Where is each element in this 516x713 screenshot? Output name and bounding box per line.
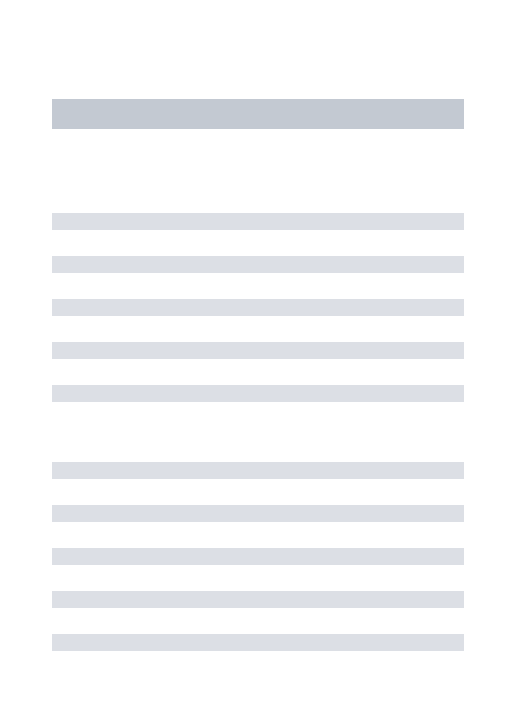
paragraph-placeholder-2 [52,462,464,651]
text-line-placeholder [52,462,464,479]
text-line-placeholder [52,591,464,608]
paragraph-placeholder-1 [52,213,464,402]
text-line-placeholder [52,213,464,230]
text-line-placeholder [52,385,464,402]
text-line-placeholder [52,634,464,651]
text-line-placeholder [52,505,464,522]
header-placeholder [52,99,464,129]
page-container [0,0,516,651]
text-line-placeholder [52,342,464,359]
text-line-placeholder [52,548,464,565]
text-line-placeholder [52,256,464,273]
text-line-placeholder [52,299,464,316]
